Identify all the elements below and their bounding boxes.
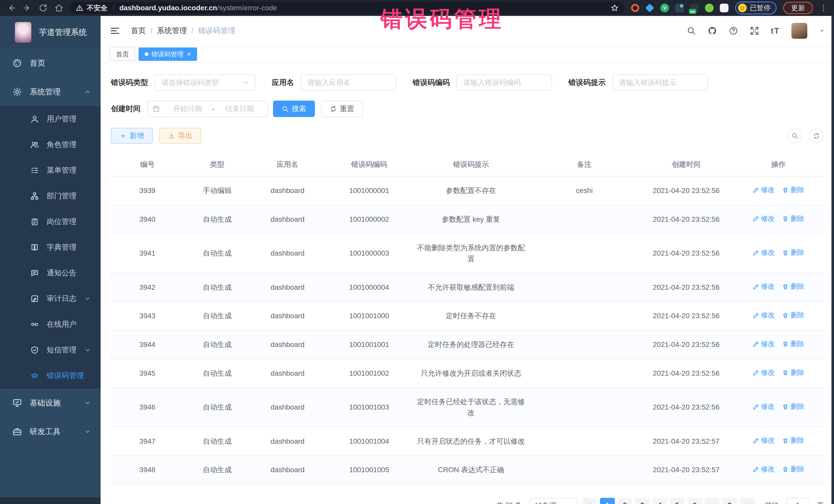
date-range-picker[interactable]: 开始日期 - 结束日期 xyxy=(147,101,268,117)
sidebar-item-devtool[interactable]: 研发工具 xyxy=(0,417,101,446)
delete-link[interactable]: 删除 xyxy=(782,368,805,378)
reload-icon[interactable] xyxy=(39,3,48,13)
sidebar-collapse-bar[interactable] xyxy=(0,497,101,504)
edit-link[interactable]: 修改 xyxy=(753,310,775,321)
chevron-down-icon[interactable] xyxy=(819,28,825,34)
page-button-4[interactable]: 4 xyxy=(652,498,667,504)
goto-page-input[interactable] xyxy=(786,498,810,504)
back-icon[interactable] xyxy=(7,3,16,13)
breadcrumb-item[interactable]: 系统管理 xyxy=(157,26,187,36)
breadcrumb-item[interactable]: 首页 xyxy=(131,26,146,36)
edit-link[interactable]: 修改 xyxy=(753,368,775,378)
emoji-face-icon: ☺ xyxy=(738,4,747,12)
edit-link[interactable]: 修改 xyxy=(753,185,775,196)
delete-link[interactable]: 删除 xyxy=(782,185,805,196)
paused-pill[interactable]: ☺ 已暂停 xyxy=(735,2,776,14)
refresh-table-button[interactable] xyxy=(809,128,824,143)
font-size-icon[interactable]: tT xyxy=(771,26,780,36)
delete-link[interactable]: 删除 xyxy=(782,247,805,258)
sidebar-item-post[interactable]: 岗位管理 xyxy=(0,209,101,235)
sidebar-item-online-user[interactable]: 在线用户 xyxy=(0,311,101,337)
address-bar[interactable]: 不安全 dashboard.yudao.iocoder.cn/system/er… xyxy=(70,2,624,14)
sidebar-item-role[interactable]: 角色管理 xyxy=(0,132,101,158)
cell-memo xyxy=(528,205,640,234)
address-divider xyxy=(113,5,114,11)
app-logo[interactable]: 芋道管理系统 xyxy=(0,16,101,49)
sidebar-item-user[interactable]: 用户管理 xyxy=(0,106,101,132)
puzzle-extension-icon[interactable] xyxy=(720,4,728,12)
edit-link[interactable]: 修改 xyxy=(753,401,775,412)
page-button-1[interactable]: 1 xyxy=(600,498,615,504)
sidebar-item-system[interactable]: 系统管理 xyxy=(0,78,101,106)
sidebar-item-dept[interactable]: 部门管理 xyxy=(0,183,101,209)
export-button[interactable]: 导出 xyxy=(159,128,201,144)
edit-link[interactable]: 修改 xyxy=(753,339,775,350)
hint-input[interactable] xyxy=(612,74,708,91)
sidebar-item-error-code[interactable]: 错误码管理 xyxy=(0,363,101,389)
delete-link[interactable]: 删除 xyxy=(782,435,805,446)
app-input[interactable] xyxy=(301,74,396,91)
github-icon[interactable] xyxy=(708,26,717,36)
switch-on-icon[interactable]: on xyxy=(690,4,699,12)
delete-icon xyxy=(782,284,789,290)
type-select[interactable]: 请选择错误码类型 xyxy=(155,74,255,91)
add-button[interactable]: 新增 xyxy=(111,128,153,144)
page-button-8[interactable]: 8 xyxy=(722,498,737,504)
delete-link[interactable]: 删除 xyxy=(782,401,805,412)
sidebar-item-home[interactable]: 首页 xyxy=(0,49,101,78)
sidebar-item-audit-log[interactable]: 审计日志 xyxy=(0,286,101,311)
page-button-2[interactable]: 2 xyxy=(617,498,632,504)
user-avatar[interactable] xyxy=(791,23,807,39)
search-button[interactable]: 搜索 xyxy=(273,101,315,117)
sidebar-item-sms[interactable]: 短信管理 xyxy=(0,337,101,363)
home-icon[interactable] xyxy=(54,3,64,13)
prev-page-button[interactable] xyxy=(583,498,597,504)
cell-time: 2021-04-20 23:52:56 xyxy=(640,273,732,302)
tab-label: 首页 xyxy=(116,50,129,59)
delete-link[interactable]: 删除 xyxy=(782,464,805,475)
cell-operations: 修改删除 xyxy=(732,330,825,359)
delete-link[interactable]: 删除 xyxy=(782,310,805,321)
forward-icon[interactable] xyxy=(23,3,32,13)
grid-extension-icon[interactable] xyxy=(675,4,684,12)
edit-link[interactable]: 修改 xyxy=(753,214,775,224)
bookmark-star-icon[interactable] xyxy=(611,4,619,12)
sidebar-item-label: 首页 xyxy=(30,58,45,68)
fullscreen-icon[interactable] xyxy=(750,26,759,36)
page-button-5[interactable]: 5 xyxy=(670,498,685,504)
sidebar-item-infra[interactable]: 基础设施 xyxy=(0,389,101,417)
page-ellipsis[interactable]: ··· xyxy=(705,498,720,504)
next-page-button[interactable] xyxy=(740,498,754,504)
page-button-3[interactable]: 3 xyxy=(635,498,650,504)
delete-link[interactable]: 删除 xyxy=(782,281,805,292)
delete-link[interactable]: 删除 xyxy=(782,339,805,350)
reset-button[interactable]: 重置 xyxy=(321,101,363,117)
show-search-button[interactable] xyxy=(787,128,802,143)
update-button[interactable]: 更新 xyxy=(783,2,813,14)
window-scrollbar-edge[interactable] xyxy=(831,16,834,504)
page-size-select[interactable]: 10条/页 xyxy=(529,498,578,504)
edit-link[interactable]: 修改 xyxy=(753,464,775,475)
gem-extension-icon[interactable] xyxy=(645,4,654,13)
vue-devtools-icon[interactable]: V xyxy=(660,4,669,12)
code-input[interactable] xyxy=(457,74,552,91)
sidebar-item-dict[interactable]: 字典管理 xyxy=(0,235,101,260)
edit-link[interactable]: 修改 xyxy=(753,281,775,292)
cell-id: 3939 xyxy=(111,176,184,205)
search-icon[interactable] xyxy=(687,26,696,36)
tab-home[interactable]: 首页 xyxy=(110,47,135,61)
hamburger-icon[interactable] xyxy=(110,26,120,36)
edit-link[interactable]: 修改 xyxy=(753,435,775,446)
key-extension-icon[interactable] xyxy=(705,4,714,12)
sidebar-item-notice[interactable]: 通知公告 xyxy=(0,260,101,286)
close-icon[interactable]: × xyxy=(187,50,191,58)
help-icon[interactable] xyxy=(729,26,738,36)
cell-code: 1001001001 xyxy=(325,330,414,359)
sidebar-item-menu[interactable]: 菜单管理 xyxy=(0,158,101,183)
page-button-6[interactable]: 6 xyxy=(687,498,702,504)
tab-error-code[interactable]: 错误码管理× xyxy=(138,47,197,61)
ring-extension-icon[interactable] xyxy=(631,4,639,12)
edit-link[interactable]: 修改 xyxy=(753,247,775,258)
browser-menu-icon[interactable] xyxy=(820,4,827,12)
delete-link[interactable]: 删除 xyxy=(782,214,805,224)
